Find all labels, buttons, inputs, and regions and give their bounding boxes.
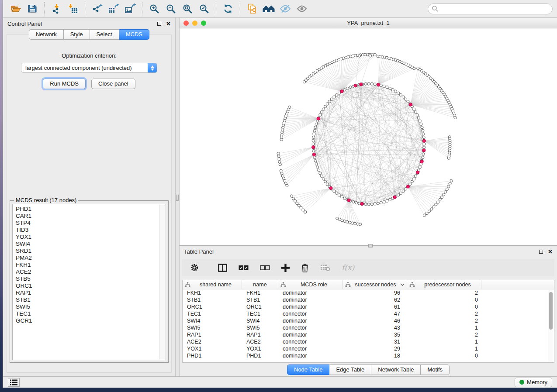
mcds-result-item[interactable]: GCR1 — [16, 317, 166, 324]
table-cell[interactable]: dominator — [278, 353, 343, 359]
table-cell[interactable]: 96 — [343, 290, 407, 296]
zoom-out-button[interactable] — [163, 1, 179, 16]
table-cell[interactable]: ORC1 — [242, 304, 278, 310]
mcds-result-item[interactable]: TEC1 — [16, 310, 166, 317]
settings-gear-button[interactable] — [190, 263, 199, 272]
table-cell[interactable]: 0 — [407, 297, 481, 303]
import-table-button[interactable] — [65, 1, 81, 16]
table-row[interactable]: FKH1FKH1dominator962 — [183, 289, 554, 296]
table-cell[interactable]: 47 — [343, 311, 407, 317]
import-network-button[interactable] — [48, 1, 65, 16]
export-image-button[interactable] — [122, 1, 138, 16]
table-cell[interactable]: 43 — [343, 325, 407, 331]
memory-button[interactable]: Memory — [515, 378, 552, 387]
tab-motifs[interactable]: Motifs — [421, 364, 450, 375]
table-cell[interactable]: 61 — [343, 304, 407, 310]
table-cell[interactable]: SWI5 — [242, 325, 278, 331]
table-cell[interactable]: 2 — [407, 311, 481, 317]
column-header-name[interactable]: name — [242, 280, 278, 289]
mcds-result-item[interactable]: SRD1 — [16, 248, 166, 254]
mcds-result-list[interactable]: PHD1CAR1STP4TID3YOX1SWI4SRD1PMA2FKH1ACE2… — [12, 204, 166, 360]
tab-mcds[interactable]: MCDS — [119, 29, 149, 40]
export-table-button[interactable] — [105, 1, 122, 16]
table-scrollbar[interactable] — [548, 290, 553, 361]
mcds-result-item[interactable]: STB5 — [16, 275, 166, 282]
mcds-result-item[interactable]: STB1 — [16, 296, 166, 303]
unselect-all-rows-button[interactable] — [260, 265, 270, 271]
list-scrollbar[interactable] — [159, 205, 165, 359]
vertical-splitter[interactable] — [175, 18, 180, 376]
close-panel-icon[interactable]: ✕ — [166, 21, 171, 27]
mcds-result-item[interactable]: RAP1 — [16, 289, 166, 296]
table-cell[interactable]: dominator — [278, 332, 343, 338]
table-cell[interactable]: 1 — [407, 346, 481, 352]
mcds-result-item[interactable]: PMA2 — [16, 254, 166, 261]
tab-style[interactable]: Style — [64, 29, 90, 40]
table-row[interactable]: PHD1PHD1dominator180 — [183, 352, 554, 359]
network-graph[interactable] — [180, 28, 557, 245]
show-columns-button[interactable] — [218, 264, 227, 272]
column-header-mcds-role[interactable]: MCDS role — [278, 280, 343, 289]
table-cell[interactable]: SWI5 — [183, 325, 242, 331]
table-cell[interactable]: YOX1 — [242, 346, 278, 352]
mcds-result-item[interactable]: STP4 — [16, 220, 166, 227]
zoom-selected-button[interactable] — [196, 1, 212, 16]
table-cell[interactable]: 31 — [343, 339, 407, 345]
table-cell[interactable]: dominator — [278, 304, 343, 310]
table-cell[interactable]: connector — [278, 311, 343, 317]
mcds-result-item[interactable]: SWI4 — [16, 241, 166, 248]
column-header-shared-name[interactable]: shared name — [183, 280, 242, 289]
table-cell[interactable]: TEC1 — [242, 311, 278, 317]
table-cell[interactable]: 18 — [343, 353, 407, 359]
mcds-result-item[interactable]: CAR1 — [16, 213, 166, 220]
table-cell[interactable]: ACE2 — [242, 339, 278, 345]
mcds-result-item[interactable]: TID3 — [16, 227, 166, 234]
table-cell[interactable]: 1 — [407, 339, 481, 345]
table-cell[interactable]: connector — [278, 339, 343, 345]
close-panel-icon[interactable]: ✕ — [548, 249, 553, 254]
table-cell[interactable]: SWI4 — [242, 318, 278, 324]
show-panels-button[interactable] — [8, 378, 20, 387]
close-panel-button[interactable]: Close panel — [91, 79, 135, 89]
table-cell[interactable]: RAP1 — [183, 332, 242, 338]
hide-selected-button[interactable] — [277, 1, 294, 16]
optimization-criterion-dropdown[interactable]: largest connected component (undirected) — [21, 63, 157, 73]
tab-edge-table[interactable]: Edge Table — [329, 364, 371, 375]
show-all-button[interactable] — [294, 1, 310, 16]
table-row[interactable]: STB1STB1dominator620 — [183, 296, 554, 303]
delete-column-button[interactable] — [301, 263, 309, 272]
tab-network-table[interactable]: Network Table — [371, 364, 421, 375]
zoom-in-button[interactable] — [146, 1, 163, 16]
first-neighbors-button[interactable] — [260, 1, 277, 16]
table-row[interactable]: TEC1TEC1connector472 — [183, 310, 554, 317]
table-cell[interactable]: 0 — [407, 353, 481, 359]
table-cell[interactable]: dominator — [278, 297, 343, 303]
table-cell[interactable]: ACE2 — [183, 339, 242, 345]
column-header-successor-nodes[interactable]: successor nodes — [343, 280, 407, 289]
run-mcds-button[interactable]: Run MCDS — [43, 79, 86, 89]
table-cell[interactable]: connector — [278, 346, 343, 352]
tab-network[interactable]: Network — [29, 29, 64, 40]
mcds-result-item[interactable]: SWI5 — [16, 303, 166, 310]
table-row[interactable]: RAP1RAP1dominator352 — [183, 331, 554, 338]
table-row[interactable]: ACE2ACE2connector311 — [183, 338, 554, 345]
table-cell[interactable]: 2 — [407, 290, 481, 296]
table-cell[interactable]: 46 — [343, 318, 407, 324]
table-cell[interactable]: 2 — [407, 332, 481, 338]
splitter-grip[interactable] — [176, 195, 179, 201]
table-cell[interactable]: PHD1 — [242, 353, 278, 359]
tab-node-table[interactable]: Node Table — [287, 364, 330, 375]
table-cell[interactable]: 29 — [343, 346, 407, 352]
table-cell[interactable]: FKH1 — [242, 290, 278, 296]
copy-view-button[interactable] — [244, 1, 260, 16]
column-header-predecessor-nodes[interactable]: predecessor nodes — [407, 280, 481, 289]
open-file-button[interactable] — [7, 1, 24, 16]
table-cell[interactable]: connector — [278, 325, 343, 331]
table-cell[interactable]: ORC1 — [183, 304, 242, 310]
horizontal-splitter-grip[interactable] — [368, 244, 373, 248]
mcds-result-item[interactable]: YOX1 — [16, 234, 166, 241]
table-cell[interactable]: 2 — [407, 318, 481, 324]
mcds-result-item[interactable]: ACE2 — [16, 268, 166, 275]
table-cell[interactable]: FKH1 — [183, 290, 242, 296]
table-row[interactable]: SWI5SWI5connector431 — [183, 324, 554, 331]
